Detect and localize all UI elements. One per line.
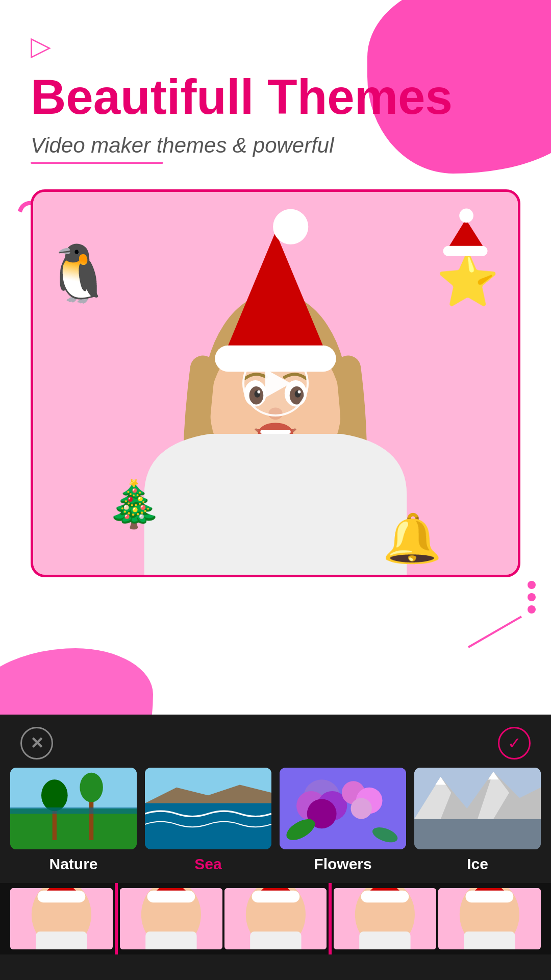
ice-content: [414, 768, 541, 849]
svg-rect-28: [10, 768, 137, 808]
theme-thumb-sea: [145, 768, 271, 849]
svg-text:🔔: 🔔: [382, 510, 442, 567]
main-title: Beautifull Themes: [31, 71, 520, 123]
play-button[interactable]: [242, 350, 309, 416]
close-icon: ✕: [30, 733, 44, 753]
svg-point-20: [273, 209, 308, 244]
play-icon-top: ▷: [31, 31, 520, 61]
dot-1: [528, 581, 536, 589]
svg-point-27: [459, 208, 473, 223]
theme-label-ice: Ice: [467, 855, 488, 873]
close-button[interactable]: ✕: [20, 727, 53, 760]
dot-2: [528, 593, 536, 601]
svg-rect-16: [260, 430, 290, 434]
nature-content: [10, 768, 137, 849]
film-divider-2: [329, 883, 332, 954]
theme-thumb-nature: [10, 768, 137, 849]
film-frame-content-3: [224, 888, 327, 949]
film-frame-1[interactable]: [10, 888, 113, 949]
subtitle-underline: [31, 162, 163, 164]
film-frame-5[interactable]: [438, 888, 541, 949]
film-frame-2[interactable]: [120, 888, 222, 949]
svg-text:⭐: ⭐: [436, 251, 499, 310]
svg-rect-74: [361, 891, 409, 902]
svg-rect-60: [36, 932, 87, 949]
svg-rect-50: [414, 819, 541, 849]
header: ▷ Beautifull Themes Video maker themes &…: [0, 0, 551, 174]
film-frame-content-5: [438, 888, 541, 949]
svg-rect-75: [360, 932, 411, 949]
film-frame-3[interactable]: [224, 888, 327, 949]
theme-thumb-ice: [414, 768, 541, 849]
svg-point-33: [80, 773, 103, 802]
confirm-button[interactable]: ✓: [498, 727, 531, 760]
svg-point-46: [351, 798, 372, 819]
svg-text:🐧: 🐧: [44, 241, 113, 306]
svg-rect-65: [145, 932, 196, 949]
film-frame-4[interactable]: [334, 888, 436, 949]
film-frame-content-2: [120, 888, 222, 949]
check-icon: ✓: [508, 733, 521, 753]
svg-rect-38: [145, 803, 271, 806]
svg-rect-79: [466, 891, 514, 902]
dot-3: [528, 605, 536, 614]
svg-rect-80: [464, 932, 515, 949]
film-frame-content-1: [10, 888, 113, 949]
film-frame-content-4: [334, 888, 436, 949]
svg-rect-26: [443, 246, 488, 256]
panel-controls: ✕ ✓: [0, 715, 551, 768]
svg-rect-69: [252, 891, 299, 902]
theme-thumb-flowers: [280, 768, 406, 849]
subtitle-text: Video maker themes & powerful: [31, 133, 334, 158]
sea-content: [145, 768, 271, 849]
svg-rect-34: [10, 807, 137, 814]
svg-rect-70: [250, 932, 301, 949]
svg-rect-59: [38, 891, 86, 902]
svg-point-31: [41, 779, 68, 811]
video-frame[interactable]: 🎄 🔔 🐧 ⭐: [31, 189, 520, 577]
svg-rect-64: [147, 891, 195, 902]
flowers-content: [280, 768, 406, 849]
line-decoration: [468, 616, 522, 648]
theme-item-nature[interactable]: Nature: [10, 768, 137, 873]
play-triangle-icon: [265, 369, 291, 398]
theme-item-ice[interactable]: Ice: [414, 768, 541, 873]
film-divider-1: [115, 883, 118, 954]
svg-text:🎄: 🎄: [106, 477, 163, 531]
bottom-panel: ✕ ✓: [0, 715, 551, 980]
dots-decoration: [528, 577, 536, 618]
subtitle-container: Video maker themes & powerful: [31, 133, 520, 164]
theme-grid: Nature Sea: [0, 768, 551, 873]
theme-label-sea: Sea: [194, 855, 221, 873]
svg-rect-29: [10, 808, 137, 849]
video-container: 🎄 🔔 🐧 ⭐: [31, 189, 520, 577]
theme-label-flowers: Flowers: [314, 855, 371, 873]
svg-rect-36: [145, 803, 271, 849]
filmstrip: [0, 883, 551, 954]
theme-item-sea[interactable]: Sea: [145, 768, 271, 873]
theme-item-flowers[interactable]: Flowers: [280, 768, 406, 873]
theme-label-nature: Nature: [49, 855, 97, 873]
